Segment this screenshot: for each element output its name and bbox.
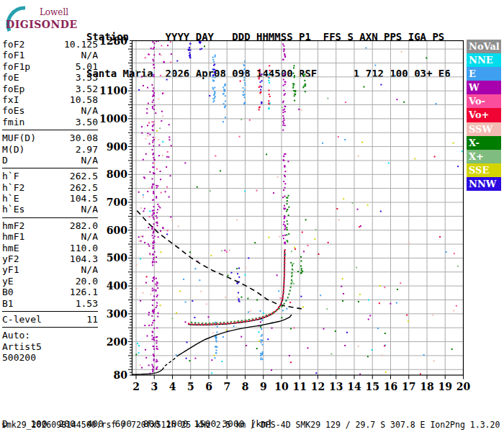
x-mode-trace bbox=[191, 264, 292, 323]
legend-item-vo: Vo- bbox=[467, 94, 501, 108]
x-axis-label: 6 bbox=[205, 381, 212, 392]
legend-item-nne: NNE bbox=[467, 53, 501, 67]
echo-direction-legend: NoValNNEEWVo-Vo+SSWX-X+SSENNW bbox=[467, 40, 501, 191]
ionogram-plot: 1280110010009008007006005004003002008023… bbox=[0, 0, 504, 432]
x-axis-label: 16 bbox=[384, 381, 397, 392]
x-axis-label: 2 bbox=[132, 381, 140, 392]
y-axis-label: 600 bbox=[107, 225, 127, 236]
x-axis-label: 10 bbox=[274, 381, 289, 392]
legend-item-noval: NoVal bbox=[467, 40, 501, 53]
x-axis-label: 9 bbox=[260, 381, 267, 392]
y-axis-label: 400 bbox=[107, 280, 127, 292]
profile-f-region bbox=[178, 315, 292, 356]
legend-item-ssw: SSW bbox=[467, 122, 501, 136]
x-axis-label: 11 bbox=[293, 381, 307, 392]
legend-item-nnw: NNW bbox=[467, 177, 501, 191]
x-axis-label: 5 bbox=[187, 381, 194, 392]
y-axis-label: 800 bbox=[107, 168, 127, 180]
x-axis-label: 17 bbox=[402, 381, 415, 392]
y-axis-label: 200 bbox=[107, 336, 127, 348]
y-axis-label: 80 bbox=[114, 369, 128, 381]
y-axis-label: 1100 bbox=[99, 85, 127, 96]
x-axis-label: 4 bbox=[169, 381, 176, 392]
y-axis-label: 1000 bbox=[99, 113, 127, 125]
legend-item-w: W bbox=[467, 81, 501, 94]
x-axis-label: 18 bbox=[420, 381, 433, 392]
x-axis-label: 12 bbox=[311, 381, 325, 392]
x-axis-label: 7 bbox=[223, 381, 230, 392]
muf-transmission-curve bbox=[137, 211, 301, 309]
x-axis-label: 14 bbox=[347, 381, 361, 392]
profile-valley bbox=[165, 356, 178, 366]
y-axis-label: 300 bbox=[107, 308, 127, 320]
x-axis-label: 8 bbox=[242, 381, 249, 392]
y-axis-label: 1280 bbox=[99, 35, 127, 47]
grid-lines bbox=[132, 41, 464, 376]
x-axis-label: 15 bbox=[366, 381, 379, 392]
o-mode-trace bbox=[188, 249, 285, 325]
x-axis-label: 20 bbox=[456, 381, 471, 392]
legend-item-x: X- bbox=[467, 136, 501, 150]
legend-item-x: X+ bbox=[467, 150, 501, 163]
x-axis-label: 19 bbox=[438, 381, 452, 392]
x-axis-label: 13 bbox=[329, 381, 343, 392]
y-axis-label: 900 bbox=[107, 141, 127, 153]
y-axis-label: 500 bbox=[107, 252, 127, 264]
status-bar: smk29_2026098144500.rsf / 720fx512h 25 k… bbox=[1, 420, 500, 430]
legend-item-vo: Vo+ bbox=[467, 108, 501, 122]
axis-labels: 1280110010009008007006005004003002008023… bbox=[99, 35, 470, 393]
profile-e-region bbox=[132, 368, 163, 375]
y-axis-label: 700 bbox=[107, 197, 127, 208]
legend-item-sse: SSE bbox=[467, 163, 501, 177]
legend-item-e: E bbox=[467, 67, 501, 81]
x-axis-label: 3 bbox=[150, 381, 158, 392]
ionogram-app: Lowell DIGISONDE Station YYYY DAY DDD HH… bbox=[0, 0, 504, 432]
